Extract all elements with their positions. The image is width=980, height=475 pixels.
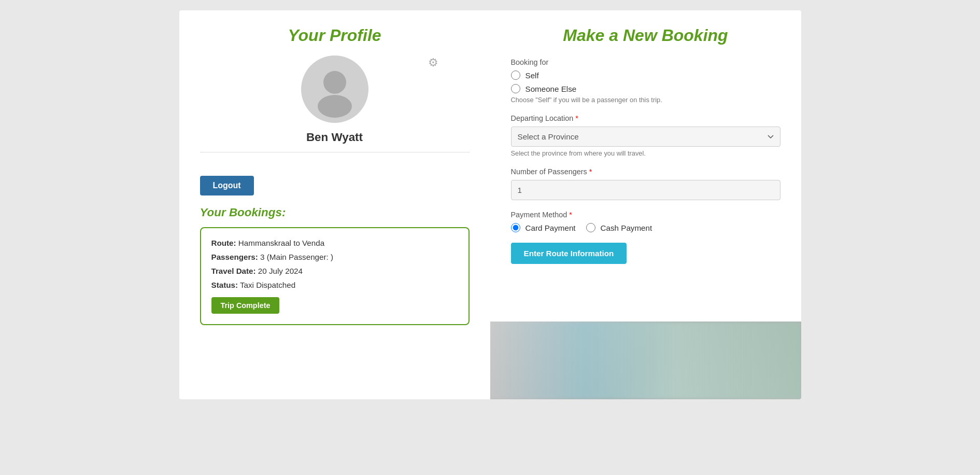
passengers-required: *: [589, 167, 592, 176]
self-option[interactable]: Self: [511, 71, 780, 80]
booking-route: Route: Hammanskraal to Venda: [211, 239, 458, 247]
payment-method-group: Payment Method * Card Payment Cash Payme…: [511, 211, 780, 232]
passengers-number-input[interactable]: [511, 180, 780, 200]
payment-method-label: Payment Method *: [511, 211, 780, 219]
passengers-value: 3 (Main Passenger: ): [260, 253, 333, 261]
status-label: Status:: [211, 281, 238, 289]
booking-status: Status: Taxi Dispatched: [211, 281, 458, 289]
someone-else-label: Someone Else: [525, 85, 577, 93]
route-label: Route:: [211, 239, 236, 247]
left-panel: Your Profile ⚙ Ben Wyatt Logout Your Boo…: [179, 10, 490, 399]
booking-passengers: Passengers: 3 (Main Passenger: ): [211, 253, 458, 261]
user-name: Ben Wyatt: [200, 131, 470, 144]
payment-radio-group: Card Payment Cash Payment: [511, 223, 780, 232]
bookings-title: Your Bookings:: [200, 206, 470, 219]
departing-location-group: Departing Location * Select a Province G…: [511, 114, 780, 157]
booking-title: Make a New Booking: [511, 26, 780, 45]
someone-else-option[interactable]: Someone Else: [511, 84, 780, 93]
travel-date-label: Travel Date:: [211, 267, 256, 275]
svg-point-0: [323, 71, 346, 94]
booking-travel-date: Travel Date: 20 July 2024: [211, 267, 458, 275]
booking-for-label: Booking for: [511, 58, 780, 66]
payment-required: *: [569, 211, 572, 219]
avatar: [301, 55, 368, 123]
svg-point-1: [318, 95, 352, 118]
profile-title: Your Profile: [200, 26, 470, 45]
self-radio[interactable]: [511, 71, 520, 80]
bottom-image: [490, 322, 801, 399]
passengers-label: Passengers:: [211, 253, 258, 261]
trip-complete-button[interactable]: Trip Complete: [211, 297, 280, 314]
bottom-image-blur: [490, 322, 801, 399]
enter-route-button[interactable]: Enter Route Information: [511, 243, 627, 264]
passengers-number-label: Number of Passengers *: [511, 167, 780, 176]
passengers-group: Number of Passengers *: [511, 167, 780, 200]
gear-icon[interactable]: ⚙: [428, 55, 438, 69]
booking-for-radio-group: Self Someone Else: [511, 71, 780, 93]
departing-required: *: [575, 114, 578, 122]
cash-payment-label: Cash Payment: [601, 223, 652, 232]
cash-payment-option[interactable]: Cash Payment: [586, 223, 652, 232]
card-payment-option[interactable]: Card Payment: [511, 223, 576, 232]
departing-location-select[interactable]: Select a Province Gauteng Western Cape K…: [511, 127, 780, 147]
self-label: Self: [525, 71, 539, 80]
someone-else-radio[interactable]: [511, 84, 520, 93]
travel-date-value: 20 July 2024: [258, 267, 303, 275]
avatar-icon: [306, 61, 363, 118]
booking-for-group: Booking for Self Someone Else Choose "Se…: [511, 58, 780, 104]
card-payment-label: Card Payment: [525, 223, 576, 232]
departing-label: Departing Location *: [511, 114, 780, 122]
booking-card: Route: Hammanskraal to Venda Passengers:…: [200, 227, 470, 325]
booking-for-hint: Choose "Self" if you will be a passenger…: [511, 96, 780, 104]
profile-divider: [200, 152, 470, 152]
departing-hint: Select the province from where you will …: [511, 149, 780, 157]
right-panel: Make a New Booking Booking for Self Some…: [490, 10, 801, 399]
route-value: Hammanskraal to Venda: [238, 239, 324, 247]
avatar-container: ⚙: [200, 55, 470, 123]
logout-button[interactable]: Logout: [200, 176, 254, 195]
status-value: Taxi Dispatched: [240, 281, 295, 289]
enter-route-group: Enter Route Information: [511, 243, 780, 264]
cash-payment-radio[interactable]: [586, 223, 595, 232]
card-payment-radio[interactable]: [511, 223, 520, 232]
main-container: Your Profile ⚙ Ben Wyatt Logout Your Boo…: [179, 10, 801, 399]
